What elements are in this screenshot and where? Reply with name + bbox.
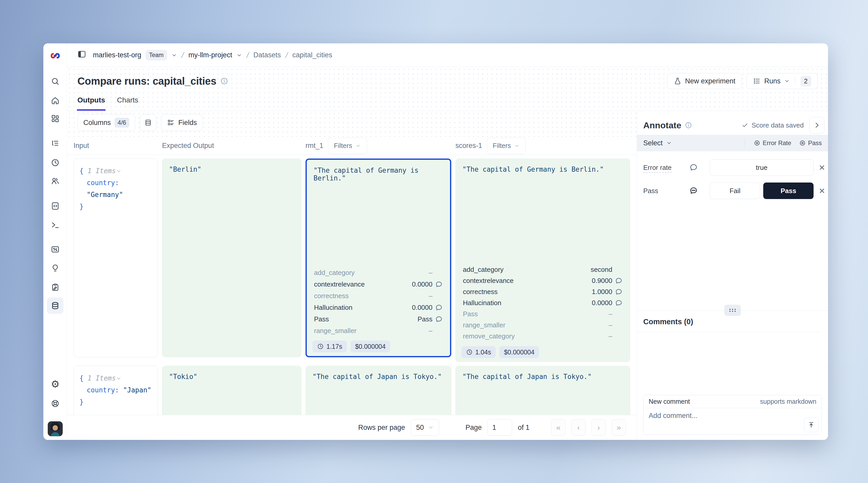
comment-bubble-icon[interactable] (435, 315, 443, 323)
table-toolbar: Columns 4/6 Fields (67, 111, 637, 137)
expected-output-cell[interactable]: "Berlin" (162, 158, 301, 357)
comment-bubble-dots-icon[interactable] (689, 186, 698, 195)
scorecard-icon[interactable] (51, 245, 60, 254)
annotate-header: Annotate Score data saved (643, 116, 825, 134)
breadcrumb-datasets[interactable]: Datasets (253, 51, 281, 59)
run1-output-cell[interactable]: "The capital of Germany is Berlin." add_… (306, 158, 451, 357)
breadcrumb-separator: / (245, 51, 250, 60)
run2-output-cell[interactable]: "The capital of Germany is Berlin." add_… (456, 158, 630, 362)
row-height-icon (144, 119, 152, 126)
run2-filters-button[interactable]: Filters (487, 138, 526, 154)
next-page-button[interactable]: › (591, 419, 606, 436)
comment-bubble-icon[interactable] (615, 277, 623, 285)
table-row: { 1 Items country: "Japan" } "Tokio" "Th… (73, 366, 637, 415)
chevron-down-icon[interactable] (171, 52, 177, 58)
breadcrumb-dataset-name[interactable]: capital_cities (292, 51, 332, 59)
columns-count-badge: 4/6 (115, 118, 129, 127)
chevron-down-icon (428, 425, 434, 430)
comment-bubble-icon[interactable] (615, 288, 623, 296)
first-page-button[interactable]: « (551, 419, 566, 436)
input-cell[interactable]: { 1 Items country: "Japan" } (73, 366, 158, 415)
fields-button[interactable]: Fields (161, 114, 203, 131)
pass-button[interactable]: Pass (763, 182, 813, 199)
org-type-badge: Team (146, 50, 167, 60)
dashboard-icon[interactable] (51, 114, 60, 123)
columns-button[interactable]: Columns 4/6 (78, 114, 135, 131)
cost-badge: $0.000004 (499, 346, 539, 358)
info-icon[interactable] (685, 122, 692, 129)
quick-filter-pass[interactable]: Pass (799, 140, 822, 147)
new-comment-label: New comment (649, 398, 690, 405)
rows-per-page-select[interactable]: 50 (411, 419, 439, 436)
new-experiment-button[interactable]: New experiment (667, 73, 742, 89)
new-experiment-label: New experiment (685, 77, 735, 85)
breadcrumb-org[interactable]: marlies-test-org (93, 51, 142, 59)
comment-textarea[interactable] (644, 408, 822, 435)
chevron-right-icon (813, 121, 821, 129)
page-of-label: of 1 (518, 424, 529, 432)
sidebar-collapse-icon[interactable] (78, 50, 86, 60)
clock-icon (466, 349, 473, 356)
comment-bubble-icon[interactable] (435, 281, 443, 289)
expected-output-cell[interactable]: "Tokio" (162, 366, 301, 415)
latency-badge: 1.04s (461, 346, 496, 358)
error-rate-input[interactable] (710, 159, 813, 176)
fields-icon (167, 119, 175, 126)
info-icon[interactable] (220, 77, 228, 85)
breadcrumb-separator: / (180, 51, 185, 60)
run1-output-cell[interactable]: "The capital of Japan is Tokyo." (306, 366, 451, 415)
settings-gear-icon[interactable]: ⚙ (51, 380, 60, 389)
page-number-input[interactable] (488, 419, 512, 436)
fail-button[interactable]: Fail (710, 182, 760, 199)
resize-grip-handle[interactable] (724, 305, 741, 316)
datasets-database-icon[interactable] (51, 301, 60, 310)
comment-bubble-icon[interactable] (689, 163, 698, 172)
table-header-row: Input Expected Output rmt_1 Filters scor… (67, 137, 637, 155)
chevron-down-icon[interactable] (116, 375, 122, 381)
tab-outputs[interactable]: Outputs (78, 95, 105, 111)
breadcrumb-project[interactable]: my-llm-project (188, 51, 232, 59)
chevron-down-icon (355, 143, 361, 149)
run2-output-cell[interactable]: "The capital of Japan is Tokyo." (456, 366, 630, 415)
target-icon (754, 140, 761, 146)
chevron-down-icon[interactable] (116, 168, 122, 174)
prev-page-button[interactable]: ‹ (571, 419, 586, 436)
error-rate-label: Error rate (643, 164, 682, 172)
search-icon[interactable] (51, 77, 60, 86)
tracing-tree-icon[interactable] (51, 139, 60, 148)
tab-charts[interactable]: Charts (117, 95, 138, 111)
runs-button[interactable]: Runs 2 (746, 73, 818, 89)
clear-pass-button[interactable]: ✕ (819, 186, 825, 195)
users-icon[interactable] (51, 176, 60, 186)
clock-icon (317, 343, 324, 350)
input-cell[interactable]: { 1 Items country: "Germany" } (73, 158, 158, 357)
latency-badge: 1.17s (312, 340, 347, 352)
clear-error-rate-button[interactable]: ✕ (819, 163, 825, 172)
comment-bubble-icon[interactable] (435, 304, 443, 311)
target-icon (799, 140, 806, 146)
select-dropdown[interactable]: Select (643, 139, 672, 147)
run1-filters-button[interactable]: Filters (328, 138, 367, 154)
collapse-panel-button[interactable] (809, 117, 825, 133)
annotate-select-bar: Select Error Rate Pass (637, 135, 828, 151)
icon-sidebar: ⚙ (43, 43, 67, 440)
home-icon[interactable] (51, 96, 60, 105)
code-file-icon[interactable] (51, 201, 60, 211)
lightbulb-icon[interactable] (51, 264, 60, 273)
columns-label: Columns (83, 119, 111, 127)
support-lifebuoy-icon[interactable] (51, 399, 60, 408)
run1-name: rmt_1 (306, 142, 323, 150)
chevron-down-icon[interactable] (236, 52, 242, 58)
submit-comment-button[interactable] (804, 418, 818, 432)
annotate-title: Annotate (643, 120, 681, 130)
terminal-icon[interactable] (51, 220, 60, 230)
history-clock-icon[interactable] (51, 158, 60, 167)
annotation-queue-icon[interactable] (51, 283, 60, 292)
quick-filter-error-rate[interactable]: Error Rate (754, 140, 792, 147)
user-avatar[interactable] (48, 421, 63, 436)
last-page-button[interactable]: » (612, 419, 626, 436)
annotate-panel: Annotate Score data saved Select (637, 111, 828, 440)
row-height-button[interactable] (140, 114, 156, 131)
comment-bubble-icon[interactable] (615, 299, 623, 307)
rows-per-page-label: Rows per page (358, 424, 405, 432)
